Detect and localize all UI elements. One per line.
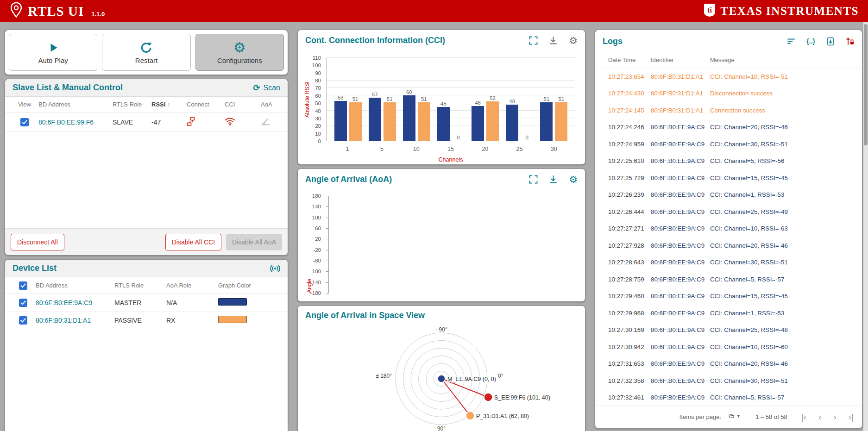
export-file-icon[interactable] [826,37,835,46]
cci-panel-title: Cont. Connection Information (CCI) [305,36,445,45]
log-identifier: 80:6F:B0:EE:9A:C9 [651,191,710,198]
configurations-button[interactable]: ⚙ Configurations [195,34,284,71]
device-row: 80:6F:B0:31:D1:A1PASSIVERX [5,312,288,329]
graph-color-swatch [218,298,247,306]
log-identifier: 80:6F:B0:EE:9A:C9 [651,344,710,350]
gear-icon[interactable]: ⚙ [569,175,578,184]
disable-all-cci-button[interactable]: Disable All CCI [165,234,221,250]
log-identifier: 80:6F:B0:EE:9A:C9 [651,124,710,131]
slave-bd-address[interactable]: 80:6F:B0:EE:99:F6 [38,119,113,126]
items-per-page-select[interactable]: 75 ▾ [726,412,742,421]
device-row-checkbox[interactable] [19,316,27,325]
disconnect-all-button[interactable]: Disconnect All [11,234,64,250]
cci-bar [506,105,518,141]
filter-lines-icon[interactable] [787,37,795,45]
col-view: View [11,101,38,108]
cci-x-ticks: 151015202530 [327,146,575,152]
cci-x-tick: 5 [365,146,399,152]
cci-chart: Absolute RSSI 0102030405060708090100110 … [302,50,580,165]
aoa-angle-icon[interactable] [258,117,288,127]
bar-value-label: 51 [544,96,550,102]
bar-value-label: 51 [387,96,393,102]
log-time: 10:27:24:246 [608,124,651,131]
slave-view-checkbox[interactable] [20,118,29,126]
device-row-checkbox[interactable] [19,299,27,307]
cci-x-tick: 25 [502,146,536,152]
scan-button[interactable]: ⟳ Scan [253,83,280,93]
cci-bar [403,95,415,141]
device-rtls-role: MASTER [114,299,166,306]
gear-icon[interactable]: ⚙ [569,36,578,45]
bar-value-label: 0 [526,135,528,140]
device-aoa-role: RX [166,317,218,324]
space-view-polar-chart: - 90°± 180°0°90°M_EE:9A:C9 (0, 0)S_EE:99… [298,325,585,431]
bar-value-label: 51 [559,96,565,102]
bar-value-label: 53 [338,95,344,100]
log-time: 10:27:29:460 [608,293,651,300]
log-identifier: 80:6F:B0:EE:9A:C9 [651,276,710,283]
bar-value-label: 48 [509,99,515,104]
download-icon[interactable] [549,36,558,45]
device-bd-address[interactable]: 80:6F:B0:EE:9A:C9 [36,299,114,306]
select-all-checkbox[interactable] [19,281,27,290]
cci-bar [486,101,499,141]
log-time: 10:27:30:942 [608,344,651,350]
device-table-body: 80:6F:B0:EE:9A:C9MASTERN/A80:6F:B0:31:D1… [5,294,288,329]
restart-button[interactable]: Restart [102,34,190,71]
cci-x-tick: 10 [399,146,434,152]
slave-rssi-value: -47 [151,119,184,126]
auto-play-button[interactable]: Auto Play [9,34,97,71]
scroll-lock-icon[interactable] [846,37,855,46]
first-page-button[interactable]: |‹ [801,412,806,421]
log-time: 10:27:24:145 [608,107,651,114]
log-time: 10:27:25:610 [608,157,651,164]
download-icon[interactable] [549,175,558,184]
col-connect: Connect [184,101,222,108]
aoa-chart: Angle 1801401006020-20-60-100-140-180 [302,189,580,301]
svg-text:ti: ti [707,6,712,14]
aoa-panel-header: Angle of Arrival (AoA) ⚙ [298,169,585,189]
cci-bar-group: 6051 [399,58,434,141]
log-identifier: 80:6F:B0:EE:9A:C9 [651,225,710,232]
broadcast-icon[interactable] [270,263,280,274]
logs-table-body: 10:27:23:65480:6F:B0:31:D1:A1CCI: Channe… [595,68,862,405]
log-identifier: 80:6F:B0:EE:9A:C9 [651,157,710,164]
next-page-button[interactable]: › [833,412,836,421]
log-identifier: 80:6F:B0:EE:9A:C9 [651,377,710,384]
scrollbar-thumb[interactable] [864,24,868,145]
page-range-label: 1 – 58 of 58 [755,413,787,420]
log-message: CCI: Channel=20, RSSI=-46 [710,242,862,249]
slave-table-header: View BD Address RTLS Role RSSI ↑ Connect… [5,97,288,112]
slave-panel-footer: Disconnect All Disable All CCI Disable A… [5,228,288,255]
play-icon [47,40,59,55]
log-message: CCI: Channel=30, RSSI=-51 [710,377,862,384]
expand-icon[interactable] [529,36,538,45]
cci-bar [472,106,484,141]
page-scrollbar[interactable] [863,22,868,431]
device-bd-address[interactable]: 80:6F:B0:31:D1:A1 [36,317,114,324]
cci-bar [540,102,553,141]
log-identifier: 80:6F:B0:EE:9A:C9 [651,360,710,367]
scan-label: Scan [264,84,280,92]
app-header: RTLS UI 1.1.0 ti Texas Instruments [0,0,868,22]
connect-toggle-icon[interactable] [184,117,222,128]
log-identifier: 80:6F:B0:31:D1:A1 [651,90,710,97]
log-message: Connection success [710,107,862,114]
json-braces-icon[interactable]: {..} [806,38,815,44]
expand-icon[interactable] [529,175,538,184]
last-page-button[interactable]: ›| [849,412,854,421]
bar-value-label: 0 [457,135,459,140]
sort-asc-icon: ↑ [167,101,170,108]
previous-page-button[interactable]: ‹ [818,412,821,421]
log-time: 10:27:27:928 [608,242,651,249]
cci-bar [418,102,430,141]
log-message: CCI: Channel=30, RSSI=-51 [710,259,862,266]
cci-wifi-icon[interactable] [222,117,258,127]
log-message: CCI: Channel=15, RSSI=-45 [710,293,862,300]
cci-bar-group: 5151 [537,58,571,141]
bar-value-label: 45 [440,101,447,106]
log-message: CCI: Channel=1, RSSI=-53 [710,191,862,198]
log-row: 10:27:31:65380:6F:B0:EE:9A:C9CCI: Channe… [595,356,862,373]
gear-icon: ⚙ [233,40,246,55]
col-rssi-sort[interactable]: RSSI ↑ [151,101,184,108]
